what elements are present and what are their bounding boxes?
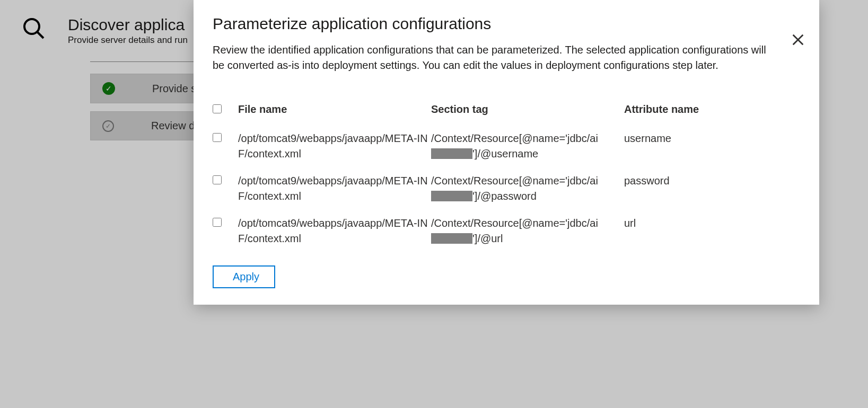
column-file-name: File name (238, 103, 429, 116)
page-subtitle: Provide server details and run (68, 35, 188, 46)
page-title: Discover applica (68, 16, 188, 34)
select-all-checkbox[interactable] (213, 104, 222, 113)
section-tag-cell: /Context/Resource[@name='jdbc/ai']/@user… (431, 131, 622, 162)
checkmark-outline-icon: ✓ (102, 120, 114, 132)
svg-line-1 (37, 32, 43, 38)
config-row: /opt/tomcat9/webapps/javaapp/META-INF/co… (213, 173, 800, 204)
close-button[interactable] (787, 29, 809, 50)
column-section-tag: Section tag (431, 103, 622, 116)
apply-button[interactable]: Apply (213, 265, 275, 288)
parameterize-modal: Parameterize application configurations … (194, 0, 819, 305)
config-row: /opt/tomcat9/webapps/javaapp/META-INF/co… (213, 131, 800, 162)
row-checkbox[interactable] (213, 133, 222, 142)
file-name-cell: /opt/tomcat9/webapps/javaapp/META-INF/co… (238, 216, 429, 246)
row-checkbox[interactable] (213, 175, 222, 184)
redacted-box (431, 191, 472, 201)
config-table-header: File name Section tag Attribute name (213, 102, 800, 116)
configurations-table: File name Section tag Attribute name /op… (213, 102, 800, 246)
section-tag-cell: /Context/Resource[@name='jdbc/ai']/@pass… (431, 173, 622, 204)
attribute-name-cell: url (624, 216, 773, 231)
checkmark-filled-icon: ✓ (102, 82, 115, 95)
redacted-box (431, 233, 472, 244)
search-icon (21, 16, 47, 43)
row-checkbox[interactable] (213, 218, 222, 227)
attribute-name-cell: username (624, 131, 773, 146)
svg-point-0 (24, 19, 39, 34)
config-row: /opt/tomcat9/webapps/javaapp/META-INF/co… (213, 216, 800, 246)
modal-title: Parameterize application configurations (213, 15, 800, 33)
column-attribute-name: Attribute name (624, 103, 773, 116)
section-tag-cell: /Context/Resource[@name='jdbc/ai']/@url (431, 216, 622, 246)
file-name-cell: /opt/tomcat9/webapps/javaapp/META-INF/co… (238, 131, 429, 162)
file-name-cell: /opt/tomcat9/webapps/javaapp/META-INF/co… (238, 173, 429, 204)
modal-description: Review the identified application config… (213, 42, 777, 73)
redacted-box (431, 148, 472, 159)
attribute-name-cell: password (624, 173, 773, 189)
